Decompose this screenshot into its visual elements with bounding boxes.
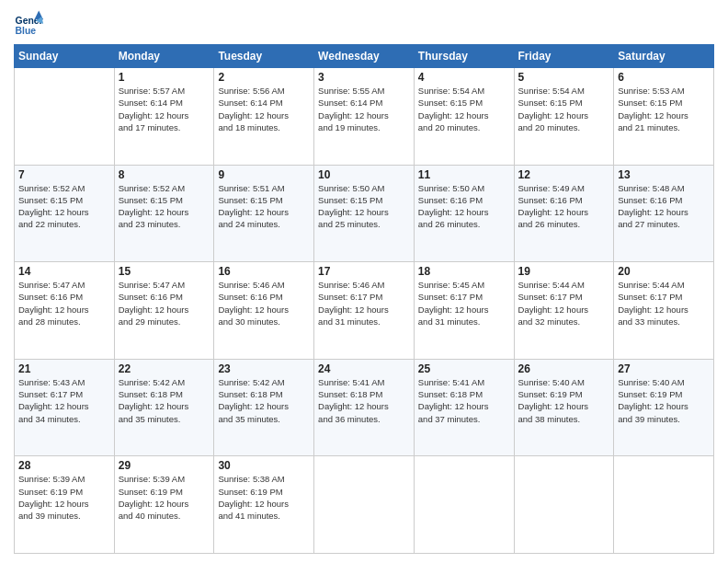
calendar-cell	[414, 456, 514, 554]
day-number: 21	[18, 362, 110, 375]
calendar-cell	[314, 456, 415, 554]
day-number: 27	[618, 362, 710, 375]
day-info: Sunrise: 5:44 AM Sunset: 6:17 PM Dayligh…	[518, 279, 610, 327]
logo-icon: General Blue	[14, 9, 43, 39]
day-info: Sunrise: 5:40 AM Sunset: 6:19 PM Dayligh…	[518, 376, 610, 425]
calendar-cell: 18Sunrise: 5:45 AM Sunset: 6:17 PM Dayli…	[414, 262, 514, 360]
day-number: 6	[618, 71, 710, 84]
calendar-cell: 19Sunrise: 5:44 AM Sunset: 6:17 PM Dayli…	[514, 262, 614, 360]
calendar-cell: 5Sunrise: 5:54 AM Sunset: 6:15 PM Daylig…	[514, 68, 614, 166]
day-number: 29	[119, 459, 210, 472]
weekday-header: Thursday	[414, 45, 514, 68]
day-number: 30	[218, 459, 310, 472]
weekday-header: Saturday	[614, 45, 714, 68]
calendar-cell: 7Sunrise: 5:52 AM Sunset: 6:15 PM Daylig…	[15, 165, 115, 262]
calendar-week-row: 14Sunrise: 5:47 AM Sunset: 6:16 PM Dayli…	[15, 262, 714, 360]
day-info: Sunrise: 5:54 AM Sunset: 6:15 PM Dayligh…	[418, 85, 510, 133]
calendar-cell: 17Sunrise: 5:46 AM Sunset: 6:17 PM Dayli…	[314, 262, 415, 360]
day-info: Sunrise: 5:42 AM Sunset: 6:18 PM Dayligh…	[218, 376, 310, 425]
page: General Blue SundayMondayTuesdayWednesda…	[0, 0, 728, 563]
calendar-cell: 1Sunrise: 5:57 AM Sunset: 6:14 PM Daylig…	[114, 68, 214, 166]
day-info: Sunrise: 5:53 AM Sunset: 6:15 PM Dayligh…	[618, 85, 710, 133]
day-info: Sunrise: 5:40 AM Sunset: 6:19 PM Dayligh…	[618, 376, 710, 425]
calendar-cell: 25Sunrise: 5:41 AM Sunset: 6:18 PM Dayli…	[414, 359, 514, 456]
day-number: 4	[418, 71, 510, 84]
day-number: 1	[119, 71, 210, 84]
day-number: 10	[318, 168, 410, 181]
day-info: Sunrise: 5:43 AM Sunset: 6:17 PM Dayligh…	[18, 376, 110, 425]
calendar-cell: 21Sunrise: 5:43 AM Sunset: 6:17 PM Dayli…	[15, 359, 115, 456]
day-number: 18	[418, 265, 510, 278]
day-info: Sunrise: 5:51 AM Sunset: 6:15 PM Dayligh…	[218, 182, 310, 231]
calendar-cell: 27Sunrise: 5:40 AM Sunset: 6:19 PM Dayli…	[614, 359, 714, 456]
calendar-cell: 15Sunrise: 5:47 AM Sunset: 6:16 PM Dayli…	[114, 262, 214, 360]
day-number: 7	[18, 168, 110, 181]
weekday-header: Monday	[114, 45, 214, 68]
day-info: Sunrise: 5:46 AM Sunset: 6:17 PM Dayligh…	[318, 279, 410, 327]
day-info: Sunrise: 5:39 AM Sunset: 6:19 PM Dayligh…	[119, 473, 210, 522]
calendar-cell: 4Sunrise: 5:54 AM Sunset: 6:15 PM Daylig…	[414, 68, 514, 166]
day-info: Sunrise: 5:57 AM Sunset: 6:14 PM Dayligh…	[119, 85, 210, 133]
weekday-header: Sunday	[15, 45, 115, 68]
calendar-cell: 26Sunrise: 5:40 AM Sunset: 6:19 PM Dayli…	[514, 359, 614, 456]
day-info: Sunrise: 5:56 AM Sunset: 6:14 PM Dayligh…	[218, 85, 310, 133]
calendar-week-row: 1Sunrise: 5:57 AM Sunset: 6:14 PM Daylig…	[15, 68, 714, 166]
day-number: 28	[18, 459, 110, 472]
svg-text:Blue: Blue	[16, 26, 37, 36]
day-info: Sunrise: 5:47 AM Sunset: 6:16 PM Dayligh…	[18, 279, 110, 327]
day-number: 2	[218, 71, 310, 84]
day-info: Sunrise: 5:50 AM Sunset: 6:15 PM Dayligh…	[318, 182, 410, 231]
day-info: Sunrise: 5:48 AM Sunset: 6:16 PM Dayligh…	[618, 182, 710, 231]
weekday-header: Wednesday	[314, 45, 415, 68]
day-number: 12	[518, 168, 610, 181]
day-info: Sunrise: 5:44 AM Sunset: 6:17 PM Dayligh…	[618, 279, 710, 327]
calendar-cell: 10Sunrise: 5:50 AM Sunset: 6:15 PM Dayli…	[314, 165, 415, 262]
day-number: 15	[119, 265, 210, 278]
day-number: 9	[218, 168, 310, 181]
weekday-header: Friday	[514, 45, 614, 68]
calendar-cell: 23Sunrise: 5:42 AM Sunset: 6:18 PM Dayli…	[214, 359, 314, 456]
calendar-cell: 14Sunrise: 5:47 AM Sunset: 6:16 PM Dayli…	[15, 262, 115, 360]
day-info: Sunrise: 5:39 AM Sunset: 6:19 PM Dayligh…	[18, 473, 110, 522]
day-number: 5	[518, 71, 610, 84]
calendar-cell: 20Sunrise: 5:44 AM Sunset: 6:17 PM Dayli…	[614, 262, 714, 360]
day-info: Sunrise: 5:46 AM Sunset: 6:16 PM Dayligh…	[218, 279, 310, 327]
calendar-cell: 12Sunrise: 5:49 AM Sunset: 6:16 PM Dayli…	[514, 165, 614, 262]
day-info: Sunrise: 5:52 AM Sunset: 6:15 PM Dayligh…	[18, 182, 110, 231]
calendar-cell	[614, 456, 714, 554]
header: General Blue	[14, 9, 714, 39]
calendar-week-row: 28Sunrise: 5:39 AM Sunset: 6:19 PM Dayli…	[15, 456, 714, 554]
day-number: 25	[418, 362, 510, 375]
calendar-cell: 28Sunrise: 5:39 AM Sunset: 6:19 PM Dayli…	[15, 456, 115, 554]
day-info: Sunrise: 5:52 AM Sunset: 6:15 PM Dayligh…	[119, 182, 210, 231]
calendar-table: SundayMondayTuesdayWednesdayThursdayFrid…	[14, 44, 714, 554]
day-info: Sunrise: 5:47 AM Sunset: 6:16 PM Dayligh…	[119, 279, 210, 327]
logo: General Blue	[14, 9, 43, 39]
calendar-cell: 16Sunrise: 5:46 AM Sunset: 6:16 PM Dayli…	[214, 262, 314, 360]
day-info: Sunrise: 5:45 AM Sunset: 6:17 PM Dayligh…	[418, 279, 510, 327]
day-number: 26	[518, 362, 610, 375]
calendar-week-row: 21Sunrise: 5:43 AM Sunset: 6:17 PM Dayli…	[15, 359, 714, 456]
calendar-cell: 2Sunrise: 5:56 AM Sunset: 6:14 PM Daylig…	[214, 68, 314, 166]
calendar-cell: 13Sunrise: 5:48 AM Sunset: 6:16 PM Dayli…	[614, 165, 714, 262]
day-number: 22	[119, 362, 210, 375]
day-info: Sunrise: 5:50 AM Sunset: 6:16 PM Dayligh…	[418, 182, 510, 231]
day-info: Sunrise: 5:38 AM Sunset: 6:19 PM Dayligh…	[218, 473, 310, 522]
calendar-cell	[15, 68, 115, 166]
calendar-cell: 6Sunrise: 5:53 AM Sunset: 6:15 PM Daylig…	[614, 68, 714, 166]
day-info: Sunrise: 5:49 AM Sunset: 6:16 PM Dayligh…	[518, 182, 610, 231]
weekday-header: Tuesday	[214, 45, 314, 68]
calendar-cell: 8Sunrise: 5:52 AM Sunset: 6:15 PM Daylig…	[114, 165, 214, 262]
calendar-cell: 11Sunrise: 5:50 AM Sunset: 6:16 PM Dayli…	[414, 165, 514, 262]
day-number: 20	[618, 265, 710, 278]
calendar-cell: 22Sunrise: 5:42 AM Sunset: 6:18 PM Dayli…	[114, 359, 214, 456]
day-number: 16	[218, 265, 310, 278]
day-info: Sunrise: 5:42 AM Sunset: 6:18 PM Dayligh…	[119, 376, 210, 425]
day-number: 11	[418, 168, 510, 181]
calendar-cell	[514, 456, 614, 554]
day-info: Sunrise: 5:41 AM Sunset: 6:18 PM Dayligh…	[418, 376, 510, 425]
calendar-cell: 3Sunrise: 5:55 AM Sunset: 6:14 PM Daylig…	[314, 68, 415, 166]
day-info: Sunrise: 5:41 AM Sunset: 6:18 PM Dayligh…	[318, 376, 410, 425]
day-info: Sunrise: 5:55 AM Sunset: 6:14 PM Dayligh…	[318, 85, 410, 133]
day-number: 14	[18, 265, 110, 278]
